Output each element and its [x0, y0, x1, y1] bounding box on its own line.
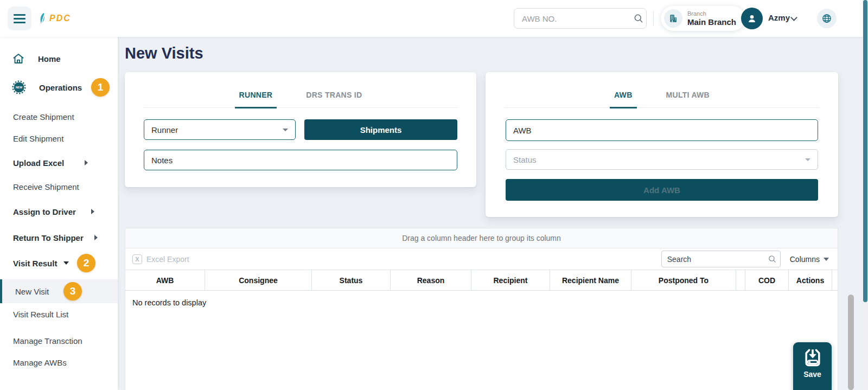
main-content: New Visits RUNNER DRS TRANS ID Runner Sh… [118, 37, 868, 390]
group-hint-text: Drag a column header here to group its c… [402, 234, 561, 242]
save-icon [802, 347, 824, 369]
tab-drs-trans-id[interactable]: DRS TRANS ID [302, 91, 366, 107]
sidebar-item-manage-awbs[interactable]: Manage AWBs [0, 351, 118, 373]
runner-card: RUNNER DRS TRANS ID Runner Shipments [125, 72, 476, 187]
sidebar-item-payment-to-shipment[interactable]: Payment to Shipment [0, 373, 118, 390]
chevron-down-icon[interactable] [790, 14, 797, 21]
sidebar-item-visit-result-list[interactable]: Visit Result List [0, 303, 118, 325]
sidebar-item-manage-transction[interactable]: Manage Transction [0, 330, 118, 351]
grid-search-input[interactable] [662, 255, 768, 264]
operations-badge-icon: NEW [12, 80, 26, 94]
grid-search-box [661, 251, 781, 267]
column-header-recipient[interactable]: Recipient [471, 270, 550, 290]
columns-chooser-button[interactable]: Columns [790, 255, 829, 264]
tab-multi-awb[interactable]: MULTI AWB [662, 91, 714, 107]
excel-export-button[interactable]: X Excel Export [132, 254, 189, 264]
runner-select[interactable]: Runner [144, 119, 296, 140]
hamburger-menu-button[interactable] [8, 7, 31, 30]
column-header-awb[interactable]: AWB [125, 270, 205, 290]
sidebar-item-label: Upload Excel [13, 158, 64, 168]
tab-awb[interactable]: AWB [610, 91, 637, 108]
sidebar-item-label: Create Shipment [13, 112, 74, 122]
svg-text:NEW: NEW [16, 86, 22, 89]
tab-runner[interactable]: RUNNER [235, 91, 277, 108]
sidebar-item-upload-excel[interactable]: Upload Excel [0, 152, 118, 174]
globe-icon [821, 13, 832, 24]
person-icon [746, 12, 758, 24]
logo-text: PDC [49, 14, 71, 23]
sidebar-item-receive-shipment[interactable]: Receive Shipment [0, 176, 118, 197]
sidebar-item-label: Operations [39, 83, 82, 92]
notes-input[interactable] [144, 150, 457, 170]
sidebar-nav: Home NEW Operations 1 Create Shipment Ed… [0, 37, 118, 390]
empty-grid-message: No records to display [125, 291, 838, 307]
column-header-spacer [736, 270, 745, 290]
sidebar-item-label: Edit Shipment [13, 134, 63, 143]
content-scrollbar-thumb[interactable] [848, 295, 854, 390]
columns-label: Columns [790, 255, 820, 264]
sidebar-item-label: Manage Transction [13, 336, 82, 346]
sidebar-item-label: New Visit [15, 287, 49, 296]
page-scrollbar[interactable] [863, 0, 868, 390]
shipments-button[interactable]: Shipments [304, 119, 457, 140]
caret-right-icon [91, 209, 94, 214]
page-title: New Visits [125, 44, 203, 62]
column-header-recipient-name[interactable]: Recipient Name [550, 270, 631, 290]
save-button[interactable]: Save [793, 342, 832, 390]
caret-right-icon [85, 160, 88, 165]
sidebar-item-label: Home [38, 54, 61, 63]
status-select[interactable]: Status [506, 149, 818, 170]
column-header-cod[interactable]: COD [745, 270, 789, 290]
sidebar-item-home[interactable]: Home [0, 47, 118, 71]
branch-selector[interactable]: Branch Main Branch [661, 6, 745, 31]
sidebar-item-label: Assign to Driver [13, 207, 76, 216]
runner-select-value: Runner [151, 125, 178, 135]
column-header-consignee[interactable]: Consignee [205, 270, 312, 290]
sidebar-item-new-visit[interactable]: New Visit 3 [0, 279, 118, 303]
building-icon [664, 9, 682, 28]
select-caret-icon [283, 129, 288, 131]
sidebar-item-visit-result[interactable]: Visit Result 2 [0, 252, 118, 274]
sidebar-item-operations[interactable]: NEW Operations 1 [0, 75, 118, 99]
visits-grid: Drag a column header here to group its c… [125, 228, 838, 390]
step-badge-3: 3 [63, 282, 82, 301]
user-name[interactable]: Azmy [768, 13, 790, 22]
sidebar-item-label: Visit Result List [13, 310, 68, 319]
column-header-postponed-to[interactable]: Postponed To [631, 270, 736, 290]
topbar-divider [653, 11, 654, 26]
runner-card-tabs: RUNNER DRS TRANS ID [144, 72, 457, 108]
awb-search-input[interactable] [514, 14, 633, 23]
step-badge-2: 2 [77, 254, 95, 272]
sidebar-item-assign-to-driver[interactable]: Assign to Driver [0, 201, 118, 222]
page-scrollbar-thumb[interactable] [863, 0, 867, 302]
user-avatar[interactable] [741, 8, 763, 29]
branch-label: Branch [687, 10, 736, 17]
column-header-filler [832, 270, 838, 290]
awb-input[interactable] [506, 119, 818, 141]
column-header-actions[interactable]: Actions [789, 270, 832, 290]
search-icon[interactable] [768, 254, 777, 264]
column-header-status[interactable]: Status [312, 270, 391, 290]
caret-right-icon [94, 235, 98, 240]
grid-header-row: AWB Consignee Status Reason Recipient Re… [125, 270, 838, 291]
step-badge-1: 1 [91, 78, 110, 97]
language-globe-button[interactable] [817, 9, 837, 28]
group-drop-zone[interactable]: Drag a column header here to group its c… [125, 228, 838, 248]
status-select-placeholder: Status [513, 155, 537, 164]
home-icon [12, 52, 25, 65]
add-awb-button[interactable]: Add AWB [506, 179, 818, 201]
sidebar-item-edit-shipment[interactable]: Edit Shipment [0, 127, 118, 149]
save-button-label: Save [803, 370, 821, 379]
top-bar: PDC Branch Main Branch Azmy [0, 0, 868, 37]
sidebar-item-create-shipment[interactable]: Create Shipment [0, 106, 118, 127]
sidebar-item-return-to-shipper[interactable]: Return To Shipper [0, 227, 118, 248]
awb-card-tabs: AWB MULTI AWB [505, 72, 819, 108]
excel-icon: X [132, 254, 142, 264]
grid-toolbar: X Excel Export Columns [125, 248, 838, 270]
caret-down-icon [63, 261, 69, 265]
pdc-logo: PDC [39, 9, 71, 28]
column-header-reason[interactable]: Reason [391, 270, 471, 290]
leaf-icon [39, 11, 48, 26]
search-icon[interactable] [633, 13, 644, 24]
sidebar-item-label: Receive Shipment [13, 182, 79, 191]
